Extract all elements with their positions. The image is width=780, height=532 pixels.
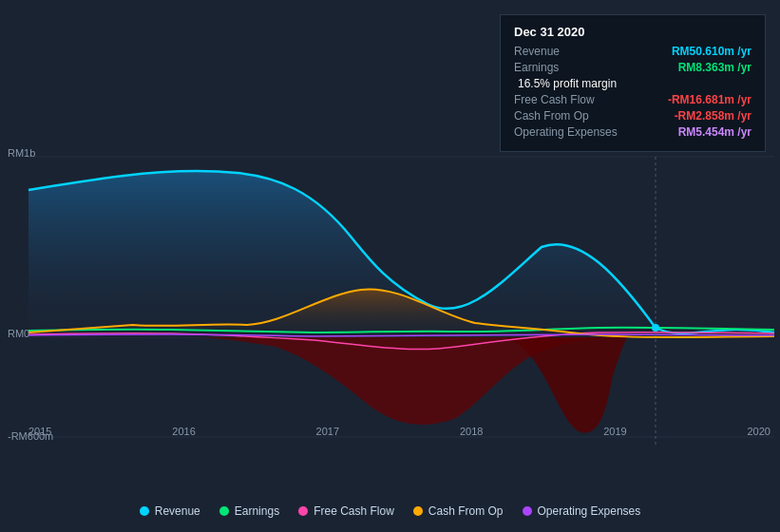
legend-dot-earnings (219, 506, 229, 516)
legend-label-fcf: Free Cash Flow (314, 504, 394, 518)
tooltip-cash-op: Cash From Op -RM2.858m /yr (514, 109, 751, 123)
revenue-dot (652, 324, 659, 332)
tooltip-panel: Dec 31 2020 Revenue RM50.610m /yr Earnin… (500, 14, 766, 152)
tooltip-earnings-value: RM8.363m /yr (678, 61, 751, 74)
legend-revenue[interactable]: Revenue (140, 504, 200, 518)
tooltip-cash-op-value: -RM2.858m /yr (675, 109, 751, 123)
x-label-2017: 2017 (316, 426, 339, 437)
legend-label-revenue: Revenue (155, 504, 200, 518)
profit-margin-text: 16.5% profit margin (518, 77, 751, 90)
legend-dot-fcf (298, 506, 308, 516)
tooltip-fcf-value: -RM16.681m /yr (668, 93, 751, 106)
tooltip-op-exp: Operating Expenses RM5.454m /yr (514, 125, 751, 139)
tooltip-op-exp-label: Operating Expenses (514, 125, 628, 139)
tooltip-revenue-label: Revenue (514, 45, 628, 58)
legend-label-earnings: Earnings (235, 504, 279, 518)
x-label-2015: 2015 (29, 426, 51, 437)
x-label-2020: 2020 (747, 426, 770, 437)
legend-dot-cash-op (413, 506, 423, 516)
tooltip-earnings-label: Earnings (514, 61, 628, 74)
tooltip-earnings: Earnings RM8.363m /yr (514, 61, 751, 74)
x-label-2016: 2016 (172, 426, 195, 437)
tooltip-date: Dec 31 2020 (514, 25, 751, 39)
legend-op-exp[interactable]: Operating Expenses (523, 504, 641, 518)
y-label-mid: RM0 (8, 328, 29, 339)
tooltip-op-exp-value: RM5.454m /yr (678, 125, 751, 139)
legend-cash-op[interactable]: Cash From Op (413, 504, 504, 518)
tooltip-revenue: Revenue RM50.610m /yr (514, 45, 751, 58)
chart-legend: Revenue Earnings Free Cash Flow Cash Fro… (0, 504, 780, 518)
legend-label-op-exp: Operating Expenses (538, 504, 641, 518)
tooltip-fcf: Free Cash Flow -RM16.681m /yr (514, 93, 751, 106)
x-label-2018: 2018 (460, 426, 483, 437)
legend-fcf[interactable]: Free Cash Flow (298, 504, 394, 518)
x-axis: 2015 2016 2017 2018 2019 2020 (29, 426, 770, 437)
y-label-top: RM1b (8, 147, 35, 159)
legend-earnings[interactable]: Earnings (219, 504, 279, 518)
legend-label-cash-op: Cash From Op (428, 504, 504, 518)
legend-dot-op-exp (523, 506, 532, 516)
x-label-2019: 2019 (603, 426, 626, 437)
tooltip-fcf-label: Free Cash Flow (514, 93, 628, 106)
legend-dot-revenue (140, 506, 149, 516)
tooltip-cash-op-label: Cash From Op (514, 109, 628, 123)
tooltip-revenue-value: RM50.610m /yr (672, 45, 751, 58)
